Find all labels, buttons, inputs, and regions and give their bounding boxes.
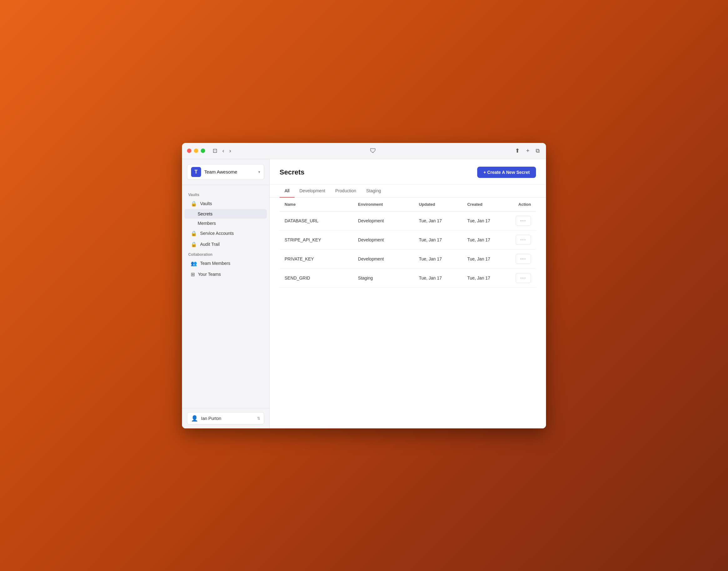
cell-environment-1: Development <box>353 230 414 249</box>
team-avatar: T <box>191 167 201 177</box>
cell-created-3: Tue, Jan 17 <box>462 268 510 288</box>
table-row: DATABASE_URLDevelopmentTue, Jan 17Tue, J… <box>279 211 536 230</box>
table-header-row: Name Environment Updated Created Action <box>279 198 536 211</box>
your-teams-icon: ⊞ <box>191 271 195 277</box>
user-icon: 👤 <box>191 415 198 422</box>
cell-created-2: Tue, Jan 17 <box>462 249 510 268</box>
sidebar-item-team-members-label: Team Members <box>200 261 230 266</box>
titlebar: ⊡ ‹ › 🛡 ⬆ + ⧉ <box>182 143 546 159</box>
sidebar-footer: 👤 Ian Purton ⇅ <box>182 408 269 428</box>
cell-name-0: DATABASE_URL <box>279 211 353 230</box>
sidebar-toggle-icon: ⊡ <box>213 147 217 154</box>
maximize-button[interactable] <box>201 148 205 153</box>
tab-development[interactable]: Development <box>294 185 331 198</box>
team-selector-button[interactable]: T Team Awesome ▾ <box>187 164 264 180</box>
cell-name-3: SEND_GRID <box>279 268 353 288</box>
vaults-section-label: Vaults <box>182 190 269 198</box>
col-header-created: Created <box>462 198 510 211</box>
sidebar-item-service-accounts[interactable]: 🔒 Service Accounts <box>185 228 267 239</box>
sidebar-nav: Vaults 🔒 Vaults Secrets Members 🔒 Servic… <box>182 185 269 408</box>
back-icon: ‹ <box>222 147 224 154</box>
cell-created-1: Tue, Jan 17 <box>462 230 510 249</box>
content-area: Secrets + Create A New Secret All Develo… <box>269 159 546 428</box>
create-secret-button[interactable]: + Create A New Secret <box>477 167 536 178</box>
sidebar-item-secrets[interactable]: Secrets <box>185 209 267 219</box>
cell-action-0: ··· <box>511 211 536 230</box>
cell-name-1: STRIPE_API_KEY <box>279 230 353 249</box>
col-header-action: Action <box>511 198 536 211</box>
sidebar-item-vaults[interactable]: 🔒 Vaults <box>185 198 267 209</box>
action-button-3[interactable]: ··· <box>516 273 531 283</box>
table-row: SEND_GRIDStagingTue, Jan 17Tue, Jan 17··… <box>279 268 536 288</box>
user-chevron-icon: ⇅ <box>257 416 260 421</box>
cell-name-2: PRIVATE_KEY <box>279 249 353 268</box>
duplicate-icon: ⧉ <box>536 147 540 154</box>
sidebar-item-members[interactable]: Members <box>185 219 267 228</box>
cell-updated-3: Tue, Jan 17 <box>414 268 462 288</box>
create-secret-label: + Create A New Secret <box>483 170 530 175</box>
sidebar-item-audit-trail-label: Audit Trail <box>200 242 220 247</box>
cell-action-3: ··· <box>511 268 536 288</box>
tabs: All Development Production Staging <box>279 185 536 197</box>
sidebar-item-service-accounts-label: Service Accounts <box>200 231 234 236</box>
collaboration-section-label: Collaboration <box>182 250 269 258</box>
sidebar-item-audit-trail[interactable]: 🔒 Audit Trail <box>185 239 267 250</box>
table-header: Name Environment Updated Created Action <box>279 198 536 211</box>
team-name: Team Awesome <box>204 169 255 175</box>
sidebar-item-team-members[interactable]: 👥 Team Members <box>185 258 267 269</box>
team-selector-area: T Team Awesome ▾ <box>182 159 269 185</box>
audit-trail-icon: 🔒 <box>191 241 197 247</box>
user-button[interactable]: 👤 Ian Purton ⇅ <box>187 412 264 425</box>
sidebar-item-members-label: Members <box>198 221 216 226</box>
cell-environment-0: Development <box>353 211 414 230</box>
tab-production[interactable]: Production <box>330 185 361 198</box>
action-button-0[interactable]: ··· <box>516 216 531 226</box>
main-layout: T Team Awesome ▾ Vaults 🔒 Vaults Secrets <box>182 159 546 428</box>
team-members-icon: 👥 <box>191 260 197 266</box>
chevron-down-icon: ▾ <box>258 170 260 174</box>
app-window: ⊡ ‹ › 🛡 ⬆ + ⧉ <box>182 143 546 428</box>
close-button[interactable] <box>187 148 192 153</box>
table-row: STRIPE_API_KEYDevelopmentTue, Jan 17Tue,… <box>279 230 536 249</box>
back-button[interactable]: ‹ <box>221 146 226 155</box>
minimize-button[interactable] <box>194 148 198 153</box>
col-header-updated: Updated <box>414 198 462 211</box>
secrets-table: Name Environment Updated Created Action … <box>279 198 536 288</box>
table-body: DATABASE_URLDevelopmentTue, Jan 17Tue, J… <box>279 211 536 288</box>
titlebar-controls: ⊡ ‹ › <box>211 146 232 155</box>
tab-all[interactable]: All <box>279 185 294 198</box>
table-container: Name Environment Updated Created Action … <box>269 198 546 428</box>
share-icon: ⬆ <box>515 147 520 154</box>
cell-action-2: ··· <box>511 249 536 268</box>
plus-icon: + <box>526 147 529 154</box>
sidebar-item-secrets-label: Secrets <box>198 211 212 216</box>
content-header: Secrets + Create A New Secret <box>269 159 546 185</box>
cell-environment-2: Development <box>353 249 414 268</box>
duplicate-button[interactable]: ⧉ <box>534 146 541 155</box>
forward-icon: › <box>229 147 231 154</box>
user-name: Ian Purton <box>201 416 254 421</box>
share-button[interactable]: ⬆ <box>514 146 521 155</box>
action-button-1[interactable]: ··· <box>516 235 531 245</box>
cell-updated-0: Tue, Jan 17 <box>414 211 462 230</box>
service-accounts-icon: 🔒 <box>191 230 197 236</box>
sidebar-item-your-teams[interactable]: ⊞ Your Teams <box>185 269 267 280</box>
shield-icon: 🛡 <box>370 147 376 154</box>
col-header-environment: Environment <box>353 198 414 211</box>
tabs-container: All Development Production Staging <box>269 185 546 198</box>
sidebar-toggle-button[interactable]: ⊡ <box>211 146 219 155</box>
tab-staging[interactable]: Staging <box>361 185 386 198</box>
titlebar-right: ⬆ + ⧉ <box>514 146 541 155</box>
cell-action-1: ··· <box>511 230 536 249</box>
table-row: PRIVATE_KEYDevelopmentTue, Jan 17Tue, Ja… <box>279 249 536 268</box>
forward-button[interactable]: › <box>228 146 232 155</box>
sidebar-item-your-teams-label: Your Teams <box>198 272 221 277</box>
traffic-lights <box>187 148 205 153</box>
col-header-name: Name <box>279 198 353 211</box>
sidebar: T Team Awesome ▾ Vaults 🔒 Vaults Secrets <box>182 159 269 428</box>
lock-icon: 🔒 <box>191 201 197 207</box>
cell-updated-2: Tue, Jan 17 <box>414 249 462 268</box>
cell-environment-3: Staging <box>353 268 414 288</box>
new-tab-button[interactable]: + <box>525 146 531 155</box>
action-button-2[interactable]: ··· <box>516 254 531 264</box>
